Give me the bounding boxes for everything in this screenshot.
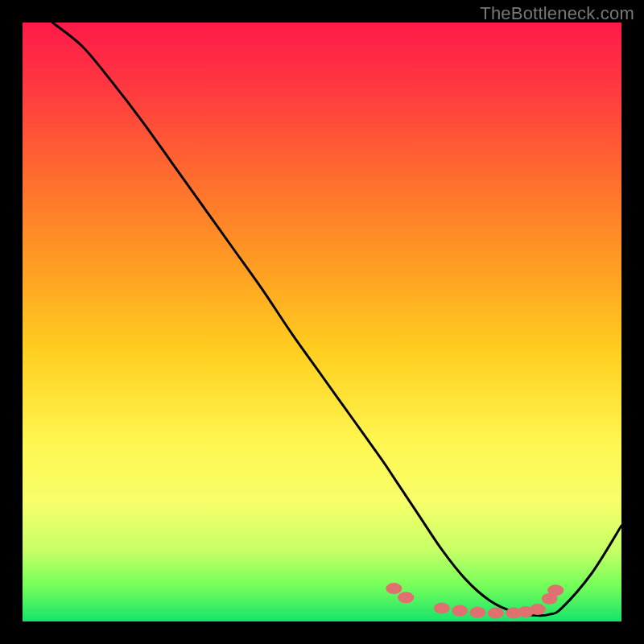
marker-dot — [434, 603, 450, 614]
marker-dot — [547, 584, 564, 596]
marker-dot — [506, 608, 522, 619]
marker-dot — [518, 606, 534, 617]
marker-dot — [386, 583, 402, 594]
marker-dot — [488, 608, 504, 619]
chart-svg — [23, 23, 621, 621]
marker-dot — [398, 592, 414, 603]
chart-markers — [386, 583, 564, 619]
chart-area — [23, 23, 621, 621]
marker-dot — [469, 607, 485, 618]
chart-curve — [52, 23, 621, 616]
marker-dot — [530, 604, 546, 615]
marker-dot — [542, 593, 558, 605]
marker-dot — [452, 605, 468, 617]
watermark-text: TheBottleneck.com — [480, 3, 634, 24]
